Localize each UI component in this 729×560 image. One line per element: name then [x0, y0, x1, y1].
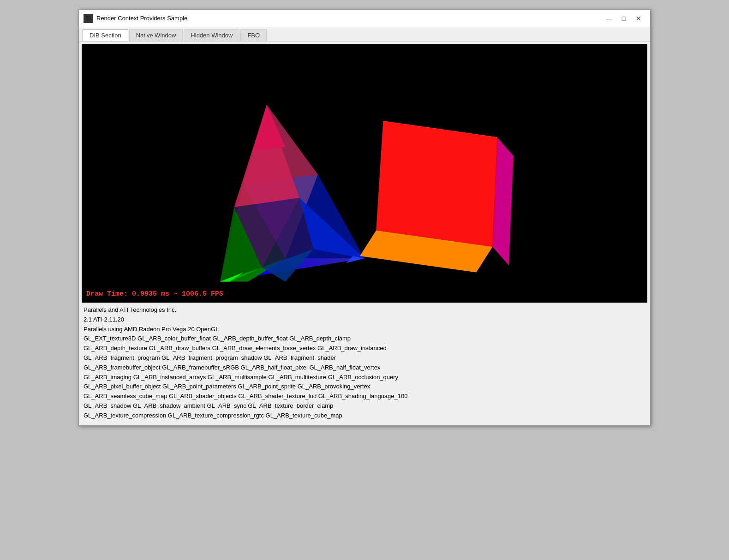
close-button[interactable]: ✕ [632, 13, 645, 24]
info-line-0: Parallels and ATI Technologies Inc. [84, 305, 645, 315]
fps-display: Draw Time: 0.9935 ms ~ 1006.5 FPS [86, 290, 223, 298]
tab-bar: DIB Section Native Window Hidden Window … [79, 27, 650, 42]
title-bar-left: 🛡 Render Context Providers Sample [84, 14, 187, 23]
svg-marker-19 [376, 121, 497, 246]
info-line-2: Parallels using AMD Radeon Pro Vega 20 O… [84, 325, 645, 334]
info-line-5: GL_ARB_fragment_program GL_ARB_fragment_… [84, 353, 645, 363]
info-line-7: GL_ARB_imaging GL_ARB_instanced_arrays G… [84, 373, 645, 382]
info-line-10: GL_ARB_shadow GL_ARB_shadow_ambient GL_A… [84, 401, 645, 411]
title-bar: 🛡 Render Context Providers Sample — □ ✕ [79, 10, 650, 27]
window-title: Render Context Providers Sample [96, 15, 187, 22]
tab-hidden-window[interactable]: Hidden Window [184, 29, 239, 41]
maximize-button[interactable]: □ [617, 13, 631, 24]
minimize-button[interactable]: — [602, 13, 616, 24]
info-line-1: 2.1 ATI-2.11.20 [84, 315, 645, 325]
app-icon: 🛡 [84, 14, 93, 23]
tab-dib-section[interactable]: DIB Section [83, 29, 128, 41]
tab-native-window[interactable]: Native Window [129, 29, 183, 41]
info-line-4: GL_ARB_depth_texture GL_ARB_draw_buffers… [84, 344, 645, 353]
info-line-11: GL_ARB_texture_compression GL_ARB_textur… [84, 411, 645, 421]
info-line-9: GL_ARB_seamless_cube_map GL_ARB_shader_o… [84, 392, 645, 401]
info-line-6: GL_ARB_framebuffer_object GL_ARB_framebu… [84, 363, 645, 373]
main-window: 🛡 Render Context Providers Sample — □ ✕ … [78, 9, 651, 426]
main-content: Draw Time: 0.9935 ms ~ 1006.5 FPS Parall… [79, 42, 650, 425]
svg-rect-0 [85, 44, 644, 303]
info-line-3: GL_EXT_texture3D GL_ARB_color_buffer_flo… [84, 334, 645, 344]
info-area: Parallels and ATI Technologies Inc. 2.1 … [82, 303, 647, 423]
render-canvas: Draw Time: 0.9935 ms ~ 1006.5 FPS [82, 44, 647, 303]
render-svg [82, 44, 647, 303]
info-line-8: GL_ARB_pixel_buffer_object GL_ARB_point_… [84, 382, 645, 392]
tab-fbo[interactable]: FBO [240, 29, 267, 41]
window-controls: — □ ✕ [602, 13, 645, 24]
